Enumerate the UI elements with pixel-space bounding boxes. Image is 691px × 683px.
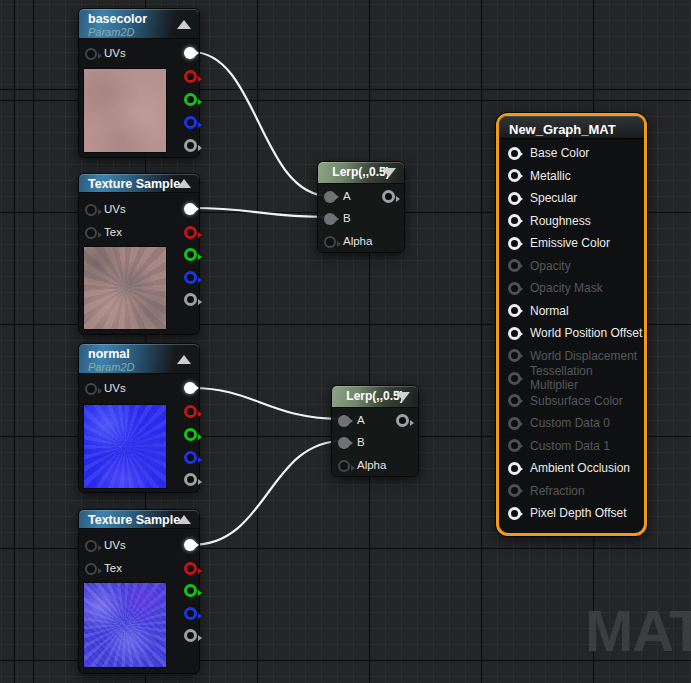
node-lerp-1[interactable]: Lerp(,,0.5) A B Alpha <box>317 161 405 253</box>
input-pin-b[interactable] <box>324 213 336 225</box>
material-input-pin[interactable] <box>508 147 521 160</box>
output-pin-a[interactable] <box>184 473 197 486</box>
output-pin-g[interactable] <box>184 428 197 441</box>
node-normal[interactable]: normal Param2D UVs <box>78 343 200 493</box>
material-pin-label: Normal <box>530 304 569 318</box>
material-input-pin[interactable] <box>508 214 521 227</box>
output-pin-a[interactable] <box>184 629 197 642</box>
expand-arrow-icon[interactable] <box>382 168 396 177</box>
texture-preview <box>83 68 167 153</box>
material-input-pin[interactable] <box>508 169 521 182</box>
material-graph-canvas[interactable]: MAT basecolor Param2D UVs Texture Sample <box>0 0 691 683</box>
output-pin-b[interactable] <box>184 116 197 129</box>
material-input-pin[interactable] <box>508 192 521 205</box>
input-pin-alpha[interactable] <box>324 236 336 248</box>
material-node-header[interactable]: New_Graph_MAT <box>499 116 644 139</box>
material-row-custom-data-0: Custom Data 0 <box>499 412 644 435</box>
wire-texsample2-to-lerp2-b[interactable] <box>192 441 343 545</box>
material-row-opacity-mask: Opacity Mask <box>499 277 644 300</box>
material-row-pixel-depth-offset[interactable]: Pixel Depth Offset <box>499 502 644 525</box>
input-pin-tex[interactable] <box>85 563 97 575</box>
node-lerp-1-header[interactable]: Lerp(,,0.5) <box>318 162 404 184</box>
output-pin-rgba[interactable] <box>184 539 196 551</box>
output-pin-b[interactable] <box>184 451 197 464</box>
collapse-arrow-icon[interactable] <box>177 20 191 29</box>
material-input-pin <box>508 484 521 497</box>
material-row-ambient-occlusion[interactable]: Ambient Occlusion <box>499 457 644 480</box>
collapse-arrow-icon[interactable] <box>177 179 191 188</box>
material-input-pin[interactable] <box>508 304 521 317</box>
input-pin-b[interactable] <box>338 437 350 449</box>
input-pin-label: Alpha <box>343 235 372 248</box>
output-pin[interactable] <box>396 414 409 427</box>
node-texture-sample-1-header[interactable]: Texture Sample <box>79 174 199 193</box>
material-pin-label: Emissive Color <box>530 236 610 250</box>
material-input-pin[interactable] <box>508 327 521 340</box>
node-normal-header[interactable]: normal Param2D <box>79 344 199 374</box>
input-pin-uvs[interactable] <box>85 48 97 60</box>
material-row-subsurface-color: Subsurface Color <box>499 390 644 413</box>
node-basecolor[interactable]: basecolor Param2D UVs <box>78 8 200 158</box>
output-pin-r[interactable] <box>184 562 197 575</box>
material-input-pin[interactable] <box>508 237 521 250</box>
collapse-arrow-icon[interactable] <box>177 515 191 524</box>
node-texture-sample-2-header[interactable]: Texture Sample <box>79 510 199 529</box>
output-pin-r[interactable] <box>184 70 197 83</box>
material-row-metallic[interactable]: Metallic <box>499 165 644 188</box>
material-row-normal[interactable]: Normal <box>499 300 644 323</box>
output-pin-g[interactable] <box>184 248 197 261</box>
output-pin-rgba[interactable] <box>184 47 196 59</box>
output-pin-r[interactable] <box>184 226 197 239</box>
wire-basecolor-to-lerp1-a[interactable] <box>192 52 329 196</box>
material-row-base-color[interactable]: Base Color <box>499 142 644 165</box>
input-pin-uvs[interactable] <box>85 204 97 216</box>
output-pin-g[interactable] <box>184 584 197 597</box>
input-pin-uvs[interactable] <box>85 383 97 395</box>
input-pin-a[interactable] <box>338 415 350 427</box>
material-input-pin <box>508 259 521 272</box>
collapse-arrow-icon[interactable] <box>177 355 191 364</box>
material-row-emissive-color[interactable]: Emissive Color <box>499 232 644 255</box>
material-input-pin <box>508 417 521 430</box>
wire-normal-to-lerp2-a[interactable] <box>192 388 343 419</box>
material-pin-label: Roughness <box>530 214 591 228</box>
material-row-world-position-offset[interactable]: World Position Offset <box>499 322 644 345</box>
material-row-custom-data-1: Custom Data 1 <box>499 435 644 458</box>
material-row-specular[interactable]: Specular <box>499 187 644 210</box>
material-input-pin <box>508 439 521 452</box>
input-pin-tex[interactable] <box>85 227 97 239</box>
input-pin-label: UVs <box>104 382 126 395</box>
input-pin-a[interactable] <box>324 191 336 203</box>
output-pin-a[interactable] <box>184 293 197 306</box>
node-texture-sample-2[interactable]: Texture Sample UVs Tex <box>78 509 200 674</box>
node-subtitle: Param2D <box>88 361 191 373</box>
output-pin-g[interactable] <box>184 93 197 106</box>
input-pin-alpha[interactable] <box>338 460 350 472</box>
output-pin-r[interactable] <box>184 405 197 418</box>
material-pin-label: Custom Data 0 <box>530 416 610 430</box>
output-pin-rgba[interactable] <box>184 203 196 215</box>
material-pin-label: Ambient Occlusion <box>530 461 630 475</box>
node-texture-sample-1[interactable]: Texture Sample UVs Tex <box>78 173 200 335</box>
node-new-graph-mat[interactable]: New_Graph_MAT Base Color Metallic Specul… <box>496 113 647 536</box>
output-pin-b[interactable] <box>184 607 197 620</box>
output-pin-a[interactable] <box>184 139 197 152</box>
texture-preview <box>83 582 167 668</box>
material-pin-label: Subsurface Color <box>530 394 623 408</box>
wire-texsample1-to-lerp1-b[interactable] <box>192 208 329 217</box>
material-row-roughness[interactable]: Roughness <box>499 210 644 233</box>
material-row-refraction: Refraction <box>499 480 644 503</box>
texture-preview <box>83 404 167 489</box>
node-lerp-2-header[interactable]: Lerp(,,0.5) <box>332 386 418 408</box>
node-basecolor-header[interactable]: basecolor Param2D <box>79 9 199 39</box>
output-pin-b[interactable] <box>184 271 197 284</box>
output-pin[interactable] <box>382 190 395 203</box>
node-lerp-2[interactable]: Lerp(,,0.5) A B Alpha <box>331 385 419 477</box>
input-pin-uvs[interactable] <box>85 540 97 552</box>
material-pin-label: Pixel Depth Offset <box>530 506 627 520</box>
output-pin-rgba[interactable] <box>184 382 196 394</box>
expand-arrow-icon[interactable] <box>396 392 410 401</box>
material-input-pin[interactable] <box>508 507 521 520</box>
node-subtitle: Param2D <box>88 26 191 38</box>
material-input-pin[interactable] <box>508 462 521 475</box>
